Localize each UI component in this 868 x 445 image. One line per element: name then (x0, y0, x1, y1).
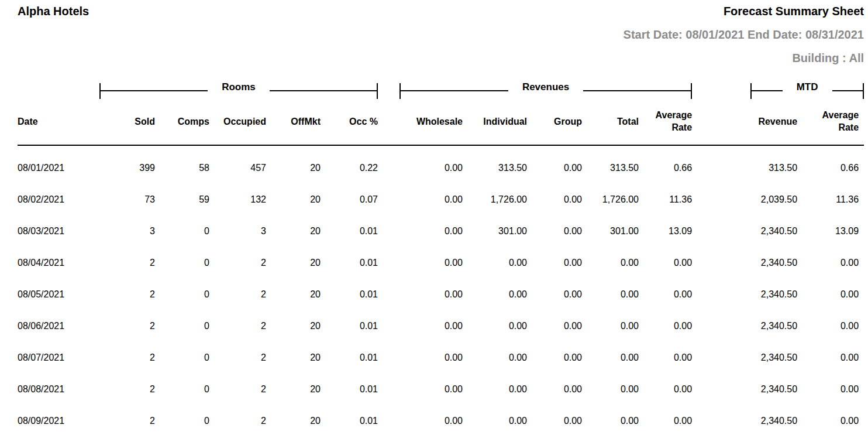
value-cell: 2 (99, 279, 155, 310)
value-cell: 2 (209, 342, 266, 374)
group-header-row: Rooms Revenues (18, 79, 864, 102)
value-cell: 0.00 (399, 405, 463, 437)
date-cell: 08/01/2021 (18, 145, 99, 184)
value-cell: 0.01 (321, 310, 378, 342)
value-cell: 0.00 (582, 279, 639, 310)
value-cell: 0.00 (527, 310, 582, 342)
forecast-table: Rooms Revenues (18, 79, 864, 437)
value-cell: 0.00 (582, 405, 639, 437)
value-cell: 313.50 (463, 145, 527, 184)
column-gap (378, 184, 399, 215)
value-cell: 0.00 (639, 342, 692, 374)
value-cell: 11.36 (639, 184, 692, 215)
column-header-date: Date (18, 102, 99, 145)
value-cell: 0 (155, 247, 209, 279)
value-cell: 0.00 (463, 405, 527, 437)
value-cell: 0.01 (321, 405, 378, 437)
value-cell: 0.00 (639, 374, 692, 405)
column-gap (692, 342, 750, 374)
forecast-report-page: Alpha Hotels Forecast Summary Sheet Star… (0, 0, 868, 445)
column-gap (692, 310, 750, 342)
table-row: 08/08/2021202200.010.000.000.000.000.002… (18, 374, 864, 405)
company-name: Alpha Hotels (18, 5, 89, 18)
value-cell: 2 (209, 374, 266, 405)
column-gap (378, 342, 399, 374)
start-date-label: Start Date: (624, 28, 683, 41)
column-gap (692, 215, 750, 247)
value-cell: 2 (209, 247, 266, 279)
column-gap (378, 79, 399, 102)
value-cell: 0.00 (463, 247, 527, 279)
bracket-tick-right (691, 83, 692, 99)
value-cell: 3 (209, 215, 266, 247)
column-gap (692, 102, 750, 145)
column-header-total: Total (582, 102, 639, 145)
value-cell: 2,340.50 (750, 374, 797, 405)
column-gap (692, 374, 750, 405)
date-cell: 08/02/2021 (18, 184, 99, 215)
column-gap (378, 145, 399, 184)
value-cell: 0.01 (321, 215, 378, 247)
column-gap (378, 405, 399, 437)
table-row: 08/02/20217359132200.070.001,726.000.001… (18, 184, 864, 215)
column-header-row: Date Sold Comps Occupied OffMkt Occ % Wh… (18, 102, 864, 145)
value-cell: 0.00 (582, 342, 639, 374)
value-cell: 58 (155, 145, 209, 184)
date-cell: 08/06/2021 (18, 310, 99, 342)
value-cell: 2,340.50 (750, 215, 797, 247)
value-cell: 0.00 (797, 247, 864, 279)
value-cell: 2 (99, 374, 155, 405)
value-cell: 0.00 (527, 279, 582, 310)
date-range-line: Start Date: 08/01/2021 End Date: 08/31/2… (18, 28, 864, 42)
value-cell: 13.09 (797, 215, 864, 247)
table-row: 08/04/2021202200.010.000.000.000.000.002… (18, 247, 864, 279)
value-cell: 0.66 (797, 145, 864, 184)
value-cell: 2,039.50 (750, 184, 797, 215)
mtd-group-label: MTD (783, 81, 832, 93)
value-cell: 457 (209, 145, 266, 184)
bracket-line (270, 90, 377, 91)
value-cell: 0.07 (321, 184, 378, 215)
column-gap (378, 215, 399, 247)
value-cell: 313.50 (750, 145, 797, 184)
value-cell: 313.50 (582, 145, 639, 184)
column-gap (692, 405, 750, 437)
value-cell: 20 (266, 215, 321, 247)
value-cell: 0.01 (321, 342, 378, 374)
value-cell: 0 (155, 342, 209, 374)
value-cell: 73 (99, 184, 155, 215)
table-row: 08/03/2021303200.010.00301.000.00301.001… (18, 215, 864, 247)
value-cell: 0.22 (321, 145, 378, 184)
table-row: 08/01/202139958457200.220.00313.500.0031… (18, 145, 864, 184)
value-cell: 0.00 (582, 374, 639, 405)
value-cell: 20 (266, 145, 321, 184)
value-cell: 20 (266, 184, 321, 215)
table-row: 08/05/2021202200.010.000.000.000.000.002… (18, 279, 864, 310)
value-cell: 0.00 (582, 310, 639, 342)
value-cell: 13.09 (639, 215, 692, 247)
value-cell: 0.00 (399, 374, 463, 405)
column-header-comps: Comps (155, 102, 209, 145)
table-row: 08/09/2021202200.010.000.000.000.000.002… (18, 405, 864, 437)
end-date-value: 08/31/2021 (805, 28, 864, 41)
value-cell: 0.00 (527, 247, 582, 279)
value-cell: 0 (155, 374, 209, 405)
column-header-average-rate: Average Rate (639, 102, 692, 145)
value-cell: 0.00 (797, 279, 864, 310)
value-cell: 2 (209, 405, 266, 437)
value-cell: 0.00 (463, 342, 527, 374)
value-cell: 2,340.50 (750, 279, 797, 310)
column-gap (692, 79, 750, 102)
value-cell: 0 (155, 405, 209, 437)
value-cell: 2,340.50 (750, 247, 797, 279)
revenues-group-label: Revenues (508, 81, 583, 93)
value-cell: 0.00 (527, 374, 582, 405)
value-cell: 0.00 (399, 247, 463, 279)
value-cell: 0.01 (321, 247, 378, 279)
value-cell: 2 (209, 279, 266, 310)
column-gap (692, 145, 750, 184)
column-header-average-rate-text: Average Rate (643, 109, 692, 134)
column-gap (378, 279, 399, 310)
value-cell: 20 (266, 405, 321, 437)
value-cell: 0.00 (639, 279, 692, 310)
